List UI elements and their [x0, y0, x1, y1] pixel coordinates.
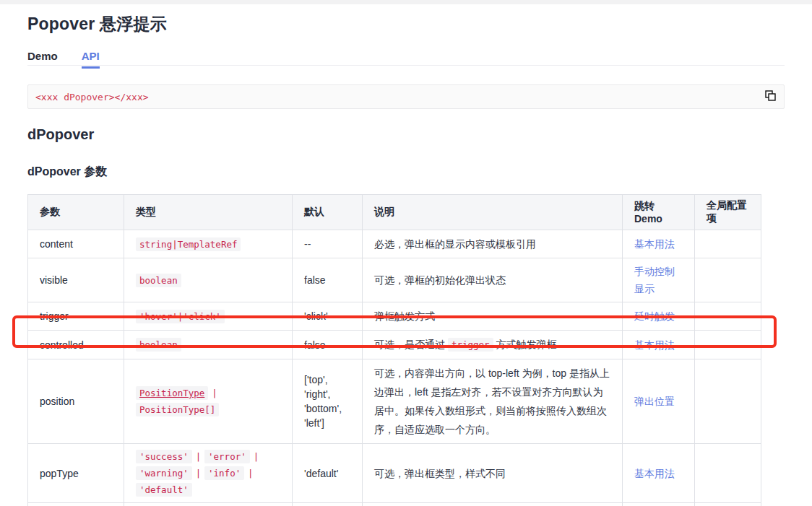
global-config-cell	[695, 258, 761, 302]
param-type: boolean	[124, 331, 293, 359]
table-row-visible: visiblebooleanfalse可选，弹框的初始化弹出状态手动控制显示	[28, 258, 761, 302]
tab-api[interactable]: API	[82, 49, 100, 68]
global-config-cell	[695, 503, 761, 506]
column-header-1: 类型	[124, 195, 293, 230]
param-description: 可选，限制弹出框最大宽度（px）	[363, 503, 623, 506]
params-table: 参数类型默认说明跳转 Demo全局配置项 contentstring|Templ…	[27, 194, 761, 506]
param-description: 必选，弹出框的显示内容或模板引用	[363, 230, 623, 258]
popover-doc-page: Popover 悬浮提示 Demo API <xxx dPopover></xx…	[0, 13, 812, 506]
code-span: boolean	[136, 274, 181, 287]
code-span: 'success'	[136, 450, 192, 463]
param-name: position	[28, 359, 124, 444]
param-description: 可选，是否通过 trigger 方式触发弹框	[363, 331, 623, 359]
copy-button[interactable]	[762, 89, 778, 105]
table-row-content: contentstring|TemplateRef--必选，弹出框的显示内容或模…	[28, 230, 761, 258]
code-span: 'error'	[204, 450, 250, 463]
desc-text: 必选，弹出框的显示内容或模板引用	[374, 238, 536, 250]
param-type: string|TemplateRef	[124, 230, 293, 258]
page-title: Popover 悬浮提示	[27, 13, 785, 35]
param-default: false	[293, 331, 363, 359]
param-default: ['top', 'right', 'bottom', 'left']	[293, 359, 363, 444]
param-default: 'click'	[293, 302, 363, 331]
column-header-4: 跳转 Demo	[623, 195, 695, 230]
pipe-separator: |	[195, 451, 202, 462]
usage-code-block: <xxx dPopover></xxx>	[27, 84, 785, 109]
param-name: popMaxWidth	[28, 503, 124, 506]
code-span: string|TemplateRef	[136, 237, 241, 251]
code-span: boolean	[136, 338, 181, 352]
code-span: 'hover'|'click'	[136, 310, 225, 323]
params-heading: dPopover 参数	[27, 164, 785, 180]
clipped-scrolled-text	[27, 66, 785, 72]
demo-link[interactable]: 基本用法	[634, 339, 675, 351]
param-name: controlled	[28, 331, 124, 359]
copy-pages-icon	[764, 90, 777, 104]
global-config-cell	[695, 230, 761, 258]
desc-text: 弹框触发方式	[374, 310, 435, 322]
global-config-cell	[695, 359, 761, 444]
desc-text: 可选，是否通过	[374, 339, 448, 350]
global-config-cell	[695, 331, 761, 359]
code-span: 'warning'	[136, 466, 192, 480]
desc-text: 方式触发弹框	[493, 339, 557, 350]
tab-bar: Demo API	[27, 49, 785, 66]
param-default: false	[293, 258, 363, 302]
pipe-separator: |	[195, 468, 202, 479]
column-header-5: 全局配置项	[695, 195, 761, 230]
desc-text: 可选，弹框的初始化弹出状态	[374, 274, 506, 286]
demo-link-cell: 弹出位置	[623, 359, 695, 444]
pipe-separator: |	[247, 468, 254, 479]
code-span: PositionType[]	[136, 403, 219, 416]
demo-link-cell: 基本用法	[623, 331, 695, 359]
table-row-controlled: controlledbooleanfalse可选，是否通过 trigger 方式…	[28, 331, 761, 359]
demo-link-cell: 基本用法	[623, 444, 695, 503]
desc-text: 可选，内容弹出方向，以 top-left 为例，top 是指从上边弹出，left…	[374, 367, 610, 435]
param-type: PositionType | PositionType[]	[124, 359, 293, 444]
table-row-popMaxWidth: popMaxWidthnumber--可选，限制弹出框最大宽度（px）自定义提示…	[28, 503, 761, 506]
demo-link[interactable]: 延时触发	[634, 310, 675, 322]
column-header-3: 说明	[363, 195, 623, 230]
usage-code: <xxx dPopover></xxx>	[35, 92, 149, 102]
param-default: 'default'	[293, 444, 363, 503]
param-description: 可选，弹框的初始化弹出状态	[363, 258, 623, 302]
param-default: --	[293, 503, 363, 506]
global-config-cell	[695, 302, 761, 331]
column-header-2: 默认	[293, 195, 363, 230]
param-description: 弹框触发方式	[363, 302, 623, 331]
demo-link[interactable]: 手动控制显示	[634, 266, 675, 295]
param-type: boolean	[124, 258, 293, 302]
demo-link[interactable]: 基本用法	[634, 468, 675, 479]
demo-link-cell: 手动控制显示	[623, 258, 695, 302]
param-type: 'success' | 'error' | 'warning' | 'info'…	[124, 444, 293, 503]
demo-link[interactable]: 弹出位置	[634, 396, 675, 407]
component-heading: dPopover	[27, 125, 785, 144]
table-header-row: 参数类型默认说明跳转 Demo全局配置项	[28, 195, 761, 230]
params-table-wrap: 参数类型默认说明跳转 Demo全局配置项 contentstring|Templ…	[27, 194, 785, 506]
global-config-cell	[695, 444, 761, 503]
demo-link-cell: 基本用法	[623, 230, 695, 258]
viewport-top-strip	[0, 0, 812, 4]
param-type: number	[124, 503, 293, 506]
tab-demo[interactable]: Demo	[27, 49, 58, 68]
param-name: content	[28, 230, 124, 258]
code-link[interactable]: PositionType	[136, 386, 208, 400]
table-row-trigger: trigger'hover'|'click''click'弹框触发方式延时触发	[28, 302, 761, 331]
code-span: trigger	[448, 338, 493, 352]
demo-link[interactable]: 基本用法	[634, 238, 675, 250]
column-header-0: 参数	[28, 195, 124, 230]
param-type: 'hover'|'click'	[124, 302, 293, 331]
demo-link-cell: 自定义提示内容	[623, 503, 695, 506]
pipe-separator: |	[211, 388, 218, 398]
demo-link-cell: 延时触发	[623, 302, 695, 331]
param-name: visible	[28, 258, 124, 302]
code-span: 'info'	[204, 466, 244, 480]
table-row-position: positionPositionType | PositionType[]['t…	[28, 359, 761, 444]
params-table-body: contentstring|TemplateRef--必选，弹出框的显示内容或模…	[28, 230, 761, 506]
code-span: 'default'	[136, 483, 192, 497]
table-row-popType: popType'success' | 'error' | 'warning' |…	[28, 444, 761, 503]
param-description: 可选，内容弹出方向，以 top-left 为例，top 是指从上边弹出，left…	[363, 359, 623, 444]
param-name: popType	[28, 444, 124, 503]
param-description: 可选，弹出框类型，样式不同	[363, 444, 623, 503]
param-default: --	[293, 230, 363, 258]
desc-text: 可选，弹出框类型，样式不同	[374, 468, 506, 479]
